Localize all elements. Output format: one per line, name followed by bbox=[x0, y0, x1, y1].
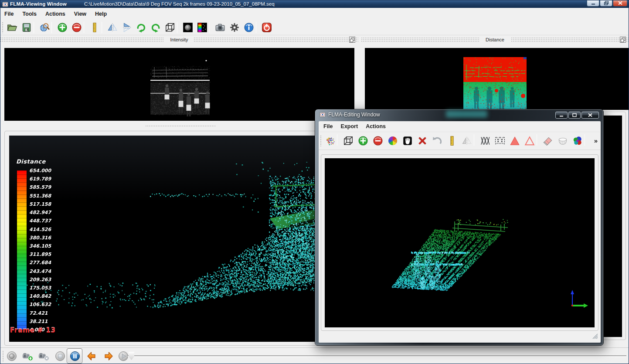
float-panel-button[interactable] bbox=[620, 37, 626, 43]
mesh-button[interactable] bbox=[479, 135, 491, 147]
frame-slider-track[interactable] bbox=[128, 355, 626, 357]
editing-window[interactable]: FLMA-Editing Window FileExportActions » bbox=[315, 109, 604, 346]
triangle-outline-button[interactable] bbox=[524, 135, 536, 147]
save-button[interactable] bbox=[20, 21, 33, 34]
power-button[interactable] bbox=[261, 21, 273, 34]
menu-actions[interactable]: Actions bbox=[362, 121, 390, 132]
editing-3d-viewport[interactable] bbox=[325, 158, 595, 327]
window-minimize-button[interactable] bbox=[587, 0, 599, 7]
add-point-button[interactable] bbox=[56, 21, 68, 34]
toolbar-separator bbox=[537, 134, 537, 146]
point-cloud-button[interactable] bbox=[324, 135, 336, 147]
remove-point-button[interactable] bbox=[71, 21, 83, 34]
eraser-button[interactable] bbox=[542, 135, 554, 147]
toolbar-separator bbox=[337, 134, 337, 146]
legend-value: 346.105 bbox=[29, 243, 51, 249]
triangle-filled-button[interactable] bbox=[509, 135, 521, 147]
mirror-disabled-button[interactable] bbox=[461, 135, 473, 147]
resize-grip[interactable] bbox=[592, 333, 598, 341]
legend-value: 106.632 bbox=[29, 302, 51, 307]
zoom-globe-button[interactable] bbox=[38, 21, 51, 34]
distance-3d-pointcloud[interactable] bbox=[9, 136, 324, 342]
legend-value: 654.000 bbox=[29, 168, 51, 173]
menu-file[interactable]: File bbox=[0, 8, 18, 20]
rotate-cw-button[interactable] bbox=[135, 21, 147, 34]
wireframe-cube-button[interactable] bbox=[164, 21, 176, 34]
window-close-button[interactable] bbox=[581, 112, 599, 119]
editing-groupbox bbox=[321, 154, 598, 331]
step-back-button[interactable] bbox=[85, 350, 99, 363]
delete-points-button[interactable] bbox=[416, 135, 428, 147]
measure-ruler-button[interactable] bbox=[88, 21, 101, 34]
menu-file[interactable]: File bbox=[320, 121, 337, 132]
editing-menubar: FileExportActions bbox=[320, 121, 600, 132]
distance-viewport[interactable] bbox=[365, 48, 629, 110]
editing-window-buttons bbox=[554, 112, 599, 119]
distance-3d-groupbox: Distance 654.000619.789585.579551.368517… bbox=[4, 131, 328, 346]
toolbar-grip[interactable] bbox=[2, 350, 4, 362]
info-button[interactable] bbox=[243, 21, 255, 34]
menu-view[interactable]: View bbox=[70, 8, 91, 20]
window-maximize-button[interactable] bbox=[568, 112, 581, 119]
panel-splitter[interactable] bbox=[145, 125, 216, 127]
disconnect-camera-button[interactable] bbox=[37, 350, 51, 363]
toolbar-grip[interactable] bbox=[320, 135, 322, 146]
editing-toolbar: » bbox=[319, 132, 601, 150]
intensity-panel-header[interactable]: Intensity bbox=[0, 37, 358, 43]
menu-export[interactable]: Export bbox=[337, 121, 362, 132]
connect-camera-button[interactable] bbox=[21, 350, 34, 363]
remove-point-button[interactable] bbox=[372, 135, 384, 147]
color-wheel-button[interactable] bbox=[387, 135, 399, 147]
stop-button[interactable] bbox=[54, 350, 67, 363]
record-button[interactable] bbox=[5, 350, 18, 363]
intensity-image-canvas bbox=[150, 57, 211, 116]
float-panel-button[interactable] bbox=[349, 37, 355, 43]
frame-number-label: Frame # 13 bbox=[10, 327, 56, 334]
pan-hand-button[interactable] bbox=[401, 135, 414, 147]
undo-button[interactable] bbox=[431, 135, 443, 147]
window-minimize-button[interactable] bbox=[555, 112, 568, 119]
editing-window-titlebar[interactable]: FLMA-Editing Window bbox=[320, 112, 380, 118]
menu-actions[interactable]: Actions bbox=[41, 8, 70, 20]
toolbar-overflow-button[interactable]: » bbox=[594, 137, 598, 144]
editing-window-title: FLMA-Editing Window bbox=[328, 112, 380, 118]
main-titlebar[interactable]: FLMA-Viewing Window C:\LiveMotion3D\Data… bbox=[0, 0, 629, 8]
window-close-button[interactable] bbox=[613, 0, 627, 7]
surface-patch-button[interactable] bbox=[557, 135, 569, 147]
measure-ruler-button[interactable] bbox=[446, 135, 458, 147]
toolbar-separator bbox=[34, 22, 34, 33]
color-scale-view-button[interactable] bbox=[196, 21, 208, 34]
mirror-vertical-button[interactable] bbox=[106, 21, 119, 34]
color-segments-button[interactable] bbox=[571, 135, 584, 147]
legend-value: 551.368 bbox=[29, 193, 51, 199]
snapshot-camera-button[interactable] bbox=[214, 21, 226, 34]
pause-button[interactable] bbox=[68, 350, 82, 363]
mesh-wireframe-button[interactable] bbox=[494, 135, 506, 147]
main-window-title: FLMA-Viewing Window bbox=[10, 1, 67, 7]
toolbar-grip[interactable] bbox=[2, 22, 4, 33]
main-toolbar bbox=[0, 20, 629, 35]
toolbar-separator bbox=[51, 22, 52, 33]
intensity-view-button[interactable] bbox=[182, 21, 194, 34]
distance-panel-title: Distance bbox=[479, 37, 510, 42]
intensity-viewport[interactable] bbox=[4, 48, 354, 121]
legend-value: 72.421 bbox=[29, 310, 48, 316]
distance-3d-viewport[interactable]: Distance 654.000619.789585.579551.368517… bbox=[9, 136, 324, 342]
legend-title: Distance bbox=[16, 158, 46, 165]
toolbar-separator bbox=[177, 22, 177, 33]
legend-value: 517.158 bbox=[29, 201, 51, 207]
menu-tools[interactable]: Tools bbox=[18, 8, 41, 20]
settings-gear-button[interactable] bbox=[228, 21, 241, 34]
legend-colorbar bbox=[17, 170, 27, 330]
open-folder-button[interactable] bbox=[6, 21, 18, 34]
distance-panel-header[interactable]: Distance bbox=[361, 37, 629, 43]
mirror-horizontal-button[interactable] bbox=[121, 21, 133, 34]
editing-3d-pointcloud[interactable] bbox=[325, 158, 595, 327]
window-restore-button[interactable] bbox=[600, 0, 612, 7]
add-point-button[interactable] bbox=[357, 135, 369, 147]
rotate-ccw-button[interactable] bbox=[150, 21, 162, 34]
step-forward-button[interactable] bbox=[102, 350, 115, 363]
menu-help[interactable]: Help bbox=[91, 8, 111, 20]
legend-value: 585.579 bbox=[29, 184, 51, 190]
wireframe-cube-button[interactable] bbox=[342, 135, 354, 147]
